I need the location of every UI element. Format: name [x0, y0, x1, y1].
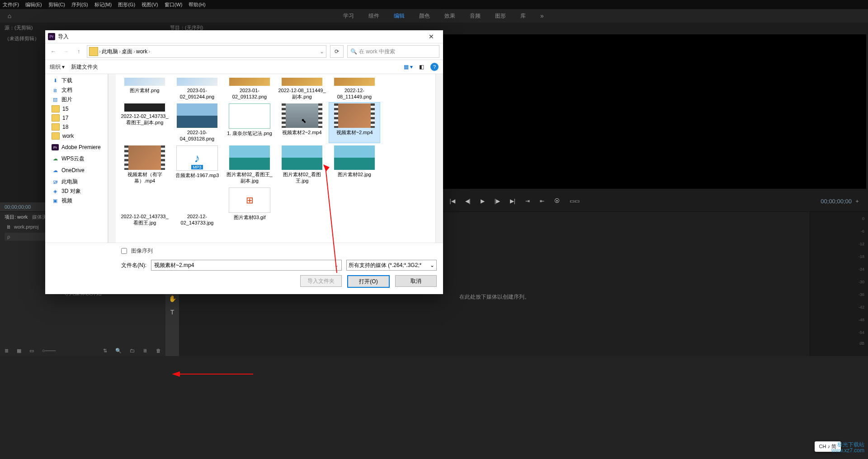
tree-pictures[interactable]: ▧图片	[45, 95, 108, 104]
cancel-button[interactable]: 取消	[395, 275, 437, 287]
back-button[interactable]: ←	[49, 48, 58, 55]
tree-documents[interactable]: 🗎文档	[45, 85, 108, 95]
tree-folder-17[interactable]: 17	[45, 113, 108, 122]
file-scrollbar[interactable]	[435, 74, 443, 243]
freeform-view-icon[interactable]: ▭	[29, 348, 34, 354]
file-item[interactable]: 2023-01-02_091244.png	[172, 77, 222, 101]
icon-view-icon[interactable]: ▦	[17, 348, 21, 354]
tree-wps[interactable]: ☁WPS云盘	[45, 154, 108, 164]
chevron-down-icon[interactable]: ⌄	[334, 262, 339, 268]
file-item[interactable]: 1. 康奈尔笔记法.png	[224, 103, 275, 143]
forward-button[interactable]: →	[61, 48, 71, 55]
menu-window[interactable]: 窗口(W)	[165, 1, 183, 8]
tree-premiere[interactable]: PrAdobe Premiere	[45, 143, 108, 151]
type-tool-icon[interactable]: T	[170, 309, 175, 316]
compare-icon[interactable]: ▭▭	[570, 198, 580, 204]
filename-input[interactable]: 视频素材~2.mp4⌄	[151, 260, 342, 271]
file-item[interactable]: 图片素材02.jpg	[329, 145, 380, 185]
hand-tool-icon[interactable]: ✋	[169, 295, 176, 302]
new-item-icon[interactable]: 🗎	[143, 348, 148, 353]
crumb-desktop[interactable]: 桌面	[122, 48, 132, 56]
delete-icon[interactable]: 🗑	[156, 348, 161, 353]
extract-icon[interactable]: ⇤	[540, 198, 544, 204]
file-item[interactable]: 2022-12-08_111449.png	[329, 77, 380, 101]
project-tab[interactable]: 项目: work	[5, 214, 28, 220]
file-item[interactable]: 2023-01-02_091132.png	[224, 77, 275, 101]
menu-file[interactable]: 文件(F)	[3, 1, 19, 8]
tree-this-pc[interactable]: 🖳此电脑	[45, 177, 108, 187]
step-fwd-icon[interactable]: |▶	[495, 198, 500, 204]
go-in-icon[interactable]: |◀	[449, 198, 455, 204]
organize-button[interactable]: 组织 ▾	[50, 63, 65, 71]
find-icon[interactable]: 🔍	[115, 348, 122, 354]
file-item[interactable]: 视频素材（有字幕）.mp4	[119, 145, 170, 185]
up-button[interactable]: ↑	[74, 48, 83, 55]
workspace-learn[interactable]: 学习	[343, 12, 354, 20]
workspace-graphics[interactable]: 图形	[495, 12, 506, 20]
menu-sequence[interactable]: 序列(S)	[71, 1, 88, 8]
tree-videos[interactable]: ▣视频	[45, 196, 108, 206]
menu-markers[interactable]: 标记(M)	[94, 1, 112, 8]
file-item[interactable]: 2022-12-08_111449_副本.png	[277, 77, 327, 101]
search-input[interactable]: 🔍 在 work 中搜索	[347, 45, 439, 58]
menu-bar: 文件(F) 编辑(E) 剪辑(C) 序列(S) 标记(M) 图形(G) 视图(V…	[0, 0, 868, 9]
file-item[interactable]: 图片素材.png	[119, 77, 170, 101]
filetype-select[interactable]: 所有支持的媒体 (*.264;*.3G2;*⌄	[346, 260, 437, 271]
menu-edit[interactable]: 编辑(E)	[25, 1, 42, 8]
tree-scrollbar[interactable]	[108, 74, 116, 243]
workspace-library[interactable]: 库	[520, 12, 526, 20]
workspace-more[interactable]: »	[540, 12, 544, 19]
workspace-color[interactable]: 颜色	[419, 12, 430, 20]
file-item[interactable]: 图片素材02_看图王.jpg	[277, 145, 327, 185]
workspace-assembly[interactable]: 组件	[368, 12, 379, 20]
export-frame-icon[interactable]: ⦿	[554, 198, 560, 204]
file-item[interactable]: 视频素材2~2.mp4	[277, 103, 327, 143]
crumb-pc[interactable]: 此电脑	[102, 48, 118, 56]
file-item[interactable]: 2022-12-02_143733_看图王_副本.png	[119, 103, 170, 143]
workspace-editing[interactable]: 编辑	[394, 12, 405, 20]
breadcrumb[interactable]: › 此电脑› 桌面› work› ⌄	[87, 45, 326, 58]
home-button[interactable]: ⌂	[0, 9, 19, 23]
play-icon[interactable]: ▶	[481, 198, 485, 204]
open-button[interactable]: 打开(O)	[347, 275, 390, 288]
menu-view[interactable]: 视图(V)	[142, 1, 158, 8]
import-folder-button[interactable]: 导入文件夹	[300, 275, 342, 287]
new-folder-button[interactable]: 新建文件夹	[71, 63, 98, 71]
preview-pane-button[interactable]: ◧	[419, 64, 424, 70]
file-item-selected[interactable]: 视频素材~2.mp4	[329, 103, 380, 143]
refresh-button[interactable]: ⟳	[330, 45, 344, 58]
menu-help[interactable]: 帮助(H)	[189, 1, 205, 8]
new-bin-icon[interactable]: 🗀	[130, 348, 135, 353]
list-view-icon[interactable]: ≣	[5, 348, 9, 354]
file-item[interactable]: 2022-10-04_093128.png	[172, 103, 222, 143]
tree-downloads[interactable]: ⬇下载	[45, 76, 108, 85]
file-item[interactable]: 2022-12-02_143733_看图王.jpg	[119, 187, 170, 227]
tree-folder-15[interactable]: 15	[45, 104, 108, 113]
sort-icon[interactable]: ⇅	[103, 348, 107, 354]
image-sequence-checkbox[interactable]	[121, 248, 127, 254]
zoom-slider[interactable]: ○───	[42, 348, 56, 353]
go-out-icon[interactable]: ▶|	[510, 198, 515, 204]
add-button-icon[interactable]: ＋	[854, 197, 860, 205]
source-tab[interactable]: 源：(无剪辑)	[5, 24, 33, 31]
menu-graphics[interactable]: 图形(G)	[118, 1, 135, 8]
file-item[interactable]: 图片素材02_看图王_副本.jpg	[224, 145, 275, 185]
tree-folder-18[interactable]: 18	[45, 122, 108, 131]
step-back-icon[interactable]: ◀|	[465, 198, 471, 204]
meter-label: dB	[859, 341, 864, 346]
menu-clip[interactable]: 剪辑(C)	[48, 1, 65, 8]
tree-onedrive[interactable]: ☁OneDrive	[45, 166, 108, 174]
file-item[interactable]: 2022-12-02_143733.jpg	[172, 187, 222, 227]
tree-folder-work[interactable]: work	[45, 131, 108, 141]
close-button[interactable]: ✕	[422, 33, 440, 40]
crumb-work[interactable]: work	[136, 48, 147, 55]
file-item[interactable]: ♪MP3音频素材-1967.mp3	[172, 145, 222, 185]
history-dropdown-icon[interactable]: ⌄	[320, 48, 324, 55]
workspace-effects[interactable]: 效果	[444, 12, 455, 20]
help-button[interactable]: ?	[430, 63, 439, 71]
lift-icon[interactable]: ⇥	[525, 198, 530, 204]
tree-3d[interactable]: ◈3D 对象	[45, 187, 108, 196]
view-mode-button[interactable]: ▦ ▾	[404, 64, 413, 70]
workspace-audio[interactable]: 音频	[470, 12, 481, 20]
file-item[interactable]: ⊞图片素材03.gif	[224, 187, 275, 227]
